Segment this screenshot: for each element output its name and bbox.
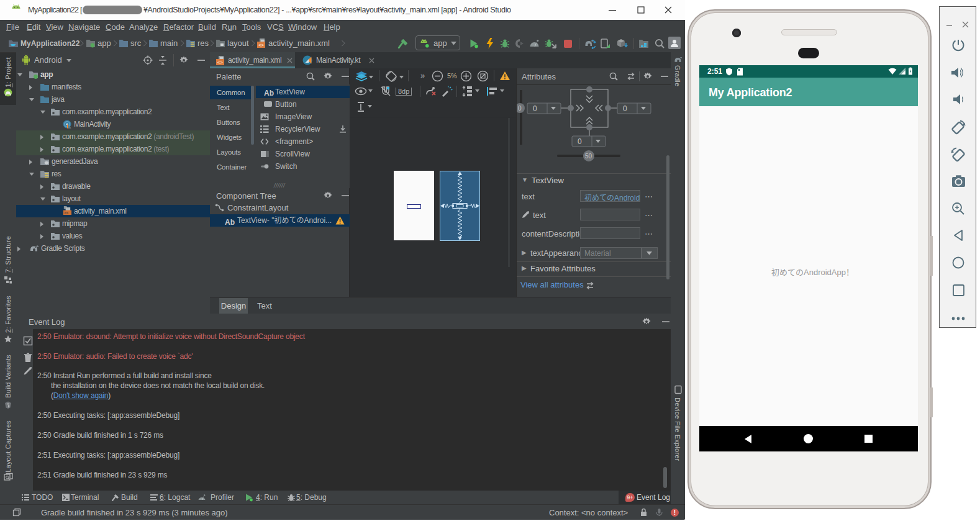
svg-text:0: 0 <box>518 105 522 112</box>
svg-text:<>: <> <box>217 60 223 65</box>
svg-text:0: 0 <box>623 104 627 113</box>
svg-text:<>: <> <box>258 43 265 48</box>
svg-text:<>: <> <box>64 211 68 215</box>
svg-text:50: 50 <box>585 153 592 160</box>
svg-text:0: 0 <box>578 137 582 146</box>
svg-text:0: 0 <box>533 104 537 113</box>
